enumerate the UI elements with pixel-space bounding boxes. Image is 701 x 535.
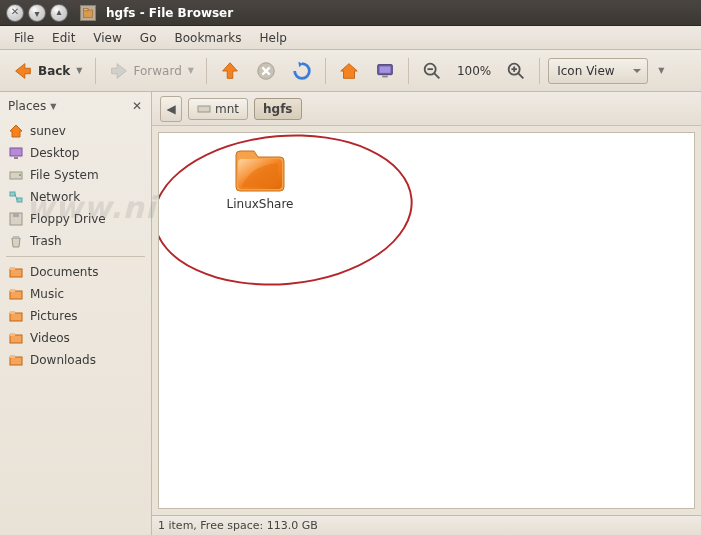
- sidebar-item-network[interactable]: Network: [0, 186, 151, 208]
- status-text: 1 item, Free space: 113.0 GB: [158, 519, 318, 532]
- folder-label: LinuxShare: [227, 197, 294, 211]
- breadcrumb-hgfs[interactable]: hgfs: [254, 98, 302, 120]
- svg-rect-27: [10, 313, 22, 321]
- svg-rect-21: [13, 213, 19, 217]
- forward-button[interactable]: Forward ▼: [104, 57, 198, 85]
- chevron-down-icon[interactable]: ▼: [188, 66, 194, 75]
- view-mode-select[interactable]: Icon View: [548, 58, 648, 84]
- arrow-left-icon: [12, 60, 34, 82]
- breadcrumb-label: hgfs: [263, 102, 293, 116]
- forward-label: Forward: [134, 64, 182, 78]
- computer-icon: [374, 60, 396, 82]
- menu-file[interactable]: File: [6, 29, 42, 47]
- menu-go[interactable]: Go: [132, 29, 165, 47]
- breadcrumb-label: mnt: [215, 102, 239, 116]
- chevron-down-icon[interactable]: ▼: [76, 66, 82, 75]
- menu-view[interactable]: View: [85, 29, 129, 47]
- reload-icon: [291, 60, 313, 82]
- window-close-button[interactable]: ✕: [6, 4, 24, 22]
- sidebar-separator: [6, 256, 145, 257]
- home-icon: [8, 123, 24, 139]
- svg-rect-29: [10, 335, 22, 343]
- svg-rect-14: [14, 157, 18, 159]
- toolbar: Back ▼ Forward ▼ 100% Icon View ▼: [0, 50, 701, 92]
- pathbar-scroll-left[interactable]: ◀: [160, 96, 182, 122]
- arrow-right-icon: [108, 60, 130, 82]
- svg-rect-24: [10, 267, 15, 270]
- sidebar-item-label: Music: [30, 287, 64, 301]
- menu-bookmarks[interactable]: Bookmarks: [166, 29, 249, 47]
- sidebar-header: Places ▼ ✕: [0, 92, 151, 120]
- sidebar-item-videos[interactable]: Videos: [0, 327, 151, 349]
- window-minimize-button[interactable]: ▾: [28, 4, 46, 22]
- sidebar-item-label: Trash: [30, 234, 62, 248]
- floppy-icon: [8, 211, 24, 227]
- sidebar-item-documents[interactable]: Documents: [0, 261, 151, 283]
- toolbar-separator: [325, 58, 326, 84]
- chevron-down-icon[interactable]: ▼: [658, 66, 664, 75]
- sidebar-item-downloads[interactable]: Downloads: [0, 349, 151, 371]
- sidebar-item-floppy[interactable]: Floppy Drive: [0, 208, 151, 230]
- sidebar-item-label: Videos: [30, 331, 70, 345]
- svg-rect-28: [10, 311, 15, 314]
- folder-icon: [8, 264, 24, 280]
- svg-rect-25: [10, 291, 22, 299]
- sidebar-item-home[interactable]: sunev: [0, 120, 151, 142]
- svg-rect-33: [198, 106, 210, 112]
- svg-line-7: [434, 72, 440, 78]
- window-title: hgfs - File Browser: [106, 6, 233, 20]
- svg-rect-1: [84, 8, 89, 10]
- main-panel: ◀ mnt hgfs LinuxShare 1 item: [152, 92, 701, 535]
- sidebar: Places ▼ ✕ sunev Desktop File System Net…: [0, 92, 152, 535]
- sidebar-item-trash[interactable]: Trash: [0, 230, 151, 252]
- menu-help[interactable]: Help: [252, 29, 295, 47]
- svg-rect-30: [10, 333, 15, 336]
- zoom-out-button[interactable]: [417, 57, 447, 85]
- menubar: File Edit View Go Bookmarks Help: [0, 26, 701, 50]
- svg-line-19: [15, 194, 17, 200]
- drive-icon: [8, 167, 24, 183]
- zoom-in-button[interactable]: [501, 57, 531, 85]
- places-label[interactable]: Places: [8, 99, 46, 113]
- folder-icon: [232, 145, 288, 193]
- svg-rect-4: [379, 66, 390, 72]
- zoom-level: 100%: [457, 64, 491, 78]
- sidebar-item-music[interactable]: Music: [0, 283, 151, 305]
- svg-line-10: [518, 72, 524, 78]
- sidebar-item-filesystem[interactable]: File System: [0, 164, 151, 186]
- up-button[interactable]: [215, 57, 245, 85]
- folder-item-linuxshare[interactable]: LinuxShare: [205, 145, 315, 211]
- sidebar-item-label: Network: [30, 190, 80, 204]
- breadcrumb-mnt[interactable]: mnt: [188, 98, 248, 120]
- zoom-in-icon: [505, 60, 527, 82]
- sidebar-close-button[interactable]: ✕: [129, 98, 145, 114]
- sidebar-item-label: Downloads: [30, 353, 96, 367]
- back-button[interactable]: Back ▼: [8, 57, 87, 85]
- window-titlebar: ✕ ▾ ▴ hgfs - File Browser: [0, 0, 701, 26]
- pathbar: ◀ mnt hgfs: [152, 92, 701, 126]
- view-mode-label: Icon View: [557, 64, 614, 78]
- svg-rect-32: [10, 355, 15, 358]
- zoom-out-icon: [421, 60, 443, 82]
- menu-edit[interactable]: Edit: [44, 29, 83, 47]
- home-icon: [338, 60, 360, 82]
- network-icon: [8, 189, 24, 205]
- sidebar-item-label: Pictures: [30, 309, 78, 323]
- computer-button[interactable]: [370, 57, 400, 85]
- sidebar-item-pictures[interactable]: Pictures: [0, 305, 151, 327]
- sidebar-item-desktop[interactable]: Desktop: [0, 142, 151, 164]
- chevron-down-icon[interactable]: ▼: [50, 102, 56, 111]
- back-label: Back: [38, 64, 70, 78]
- icon-view-pane[interactable]: LinuxShare: [158, 132, 695, 509]
- reload-button[interactable]: [287, 57, 317, 85]
- toolbar-separator: [539, 58, 540, 84]
- svg-rect-17: [10, 192, 15, 196]
- sidebar-item-label: Desktop: [30, 146, 80, 160]
- arrow-up-icon: [219, 60, 241, 82]
- sidebar-item-label: Documents: [30, 265, 98, 279]
- window-maximize-button[interactable]: ▴: [50, 4, 68, 22]
- folder-icon: [8, 352, 24, 368]
- home-button[interactable]: [334, 57, 364, 85]
- svg-rect-5: [382, 75, 388, 77]
- stop-button[interactable]: [251, 57, 281, 85]
